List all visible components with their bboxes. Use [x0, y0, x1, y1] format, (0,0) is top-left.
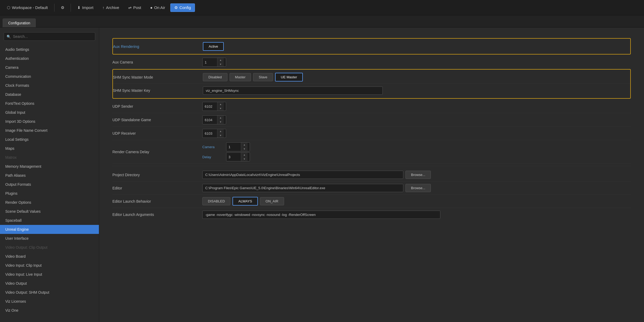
tab-configuration[interactable]: Configuration: [3, 19, 36, 27]
shm-sync-key-input[interactable]: [203, 87, 383, 95]
shm-sync-key-value: [203, 87, 630, 95]
sidebar-item-database[interactable]: Database: [0, 90, 99, 99]
sidebar-item-output-formats[interactable]: Output Formats: [0, 180, 99, 189]
shm-sync-key-label: SHM Sync Master Key: [113, 88, 203, 93]
udp-standalone-input[interactable]: [203, 117, 217, 123]
project-directory-browse-button[interactable]: Browse...: [405, 171, 431, 179]
sidebar-item-video-output--shm-output[interactable]: Video Output: SHM Output: [0, 288, 99, 297]
aux-camera-down-arrow[interactable]: ▼: [217, 62, 224, 66]
udp-standalone-spinbox[interactable]: ▲ ▼: [202, 115, 226, 124]
launch-behavior-disabled-button[interactable]: DISABLED: [202, 197, 230, 205]
project-directory-label: Project Directory: [112, 173, 202, 177]
sidebar-item-viz-one[interactable]: Viz One: [0, 306, 99, 315]
delay-up[interactable]: ▲: [241, 153, 248, 157]
udp-receiver-input[interactable]: [203, 130, 217, 137]
aux-rendering-active-button[interactable]: Active: [203, 42, 224, 51]
shm-mode-slave-button[interactable]: Slave: [253, 73, 273, 81]
content-area: Aux Rendering Active Aux Camera ▲ ▼: [99, 28, 644, 322]
udp-receiver-down[interactable]: ▼: [217, 133, 224, 138]
editor-browse-button[interactable]: Browse...: [405, 184, 431, 192]
delay-sub-label: Delay: [202, 155, 223, 159]
shm-mode-disabled-button[interactable]: Disabled: [203, 73, 227, 81]
search-input[interactable]: [13, 34, 92, 39]
tab-bar: Configuration: [0, 15, 644, 28]
sidebar-item-video-output[interactable]: Video Output: [0, 279, 99, 288]
sidebar-item-global-input[interactable]: Global Input: [0, 108, 99, 117]
udp-receiver-up[interactable]: ▲: [217, 129, 224, 133]
aux-rendering-section: Aux Rendering Active: [112, 38, 631, 55]
editor-launch-arguments-input[interactable]: [202, 211, 440, 219]
settings-button[interactable]: ⚙: [57, 4, 68, 12]
sidebar-item-path-aliases[interactable]: Path Aliases: [0, 171, 99, 180]
shm-mode-ue-master-button[interactable]: UE Master: [275, 73, 303, 81]
delay-spinbox[interactable]: ▲ ▼: [226, 152, 250, 161]
udp-receiver-spinbox[interactable]: ▲ ▼: [202, 129, 226, 138]
camera-down[interactable]: ▼: [241, 147, 248, 151]
onair-button[interactable]: ● On Air: [147, 4, 169, 11]
udp-standalone-up[interactable]: ▲: [217, 116, 224, 120]
sidebar-item-viz-licenses[interactable]: Viz Licenses: [0, 297, 99, 306]
camera-up[interactable]: ▲: [241, 143, 248, 147]
archive-button[interactable]: ↑ Archive: [99, 4, 123, 11]
import-button[interactable]: ⬇ Import: [74, 4, 97, 12]
launch-behavior-always-button[interactable]: ALWAYS: [232, 197, 258, 206]
editor-row: Editor Browse...: [112, 182, 631, 195]
delay-down[interactable]: ▼: [241, 157, 248, 161]
udp-standalone-label: UDP Standalone Game: [112, 118, 202, 122]
sidebar-item-user-interface[interactable]: User Interface: [0, 234, 99, 243]
delay-spinbox-input[interactable]: [226, 154, 241, 160]
udp-standalone-down[interactable]: ▼: [217, 120, 224, 124]
search-icon: 🔍: [7, 35, 11, 39]
sidebar-item-maps[interactable]: Maps: [0, 144, 99, 153]
sidebar-item-clock-formats[interactable]: Clock Formats: [0, 81, 99, 90]
sidebar-item-video-input--live-input[interactable]: Video Input: Live Input: [0, 270, 99, 279]
camera-sub-label: Camera: [202, 145, 223, 149]
sidebar-item-local-settings[interactable]: Local Settings: [0, 135, 99, 144]
settings-icon: ⚙: [61, 5, 64, 10]
sidebar-item-unreal-engine[interactable]: Unreal Engine: [0, 225, 99, 234]
sidebar-item-authentication[interactable]: Authentication: [0, 54, 99, 63]
project-directory-row: Project Directory Browse...: [112, 168, 631, 182]
shm-sync-section: SHM Sync Master Mode DisabledMasterSlave…: [112, 69, 631, 99]
launch-behavior-on_air-button[interactable]: ON_AIR: [260, 197, 284, 205]
sidebar-item-memory-management[interactable]: Memory Management: [0, 162, 99, 171]
workspace-menu[interactable]: ⬡ Workspace - Default: [3, 4, 52, 12]
editor-input[interactable]: [202, 184, 403, 192]
udp-sender-spinbox[interactable]: ▲ ▼: [202, 102, 226, 111]
aux-camera-label: Aux Camera: [112, 60, 202, 64]
config-button[interactable]: ⚙ Config: [170, 3, 195, 12]
camera-spinbox[interactable]: ▲ ▼: [226, 142, 250, 151]
sidebar-item-video-board[interactable]: Video Board: [0, 252, 99, 261]
sidebar-item-communication[interactable]: Communication: [0, 72, 99, 81]
sidebar-item-plugins[interactable]: Plugins: [0, 189, 99, 198]
shm-sync-mode-buttons: DisabledMasterSlaveUE Master: [203, 73, 630, 81]
sidebar-item-import-3d-options[interactable]: Import 3D Options: [0, 117, 99, 126]
editor-launch-behavior-label: Editor Launch Behavior: [112, 199, 202, 203]
shm-mode-master-button[interactable]: Master: [230, 73, 251, 81]
camera-spinbox-input[interactable]: [226, 144, 241, 150]
post-button[interactable]: ⇌ Post: [125, 4, 145, 12]
aux-rendering-row: Aux Rendering Active: [113, 40, 630, 53]
project-directory-input[interactable]: [202, 171, 403, 179]
sidebar-item-video-output--clip-output: Video Output: Clip Output: [0, 243, 99, 252]
sidebar-item-audio-settings[interactable]: Audio Settings: [0, 45, 99, 54]
sidebar-item-scene-default-values[interactable]: Scene Default Values: [0, 207, 99, 216]
sidebar-item-camera[interactable]: Camera: [0, 63, 99, 72]
aux-camera-spinbox[interactable]: ▲ ▼: [202, 58, 226, 67]
sidebar-item-video-input--clip-input[interactable]: Video Input: Clip Input: [0, 261, 99, 270]
sidebar-item-render-options[interactable]: Render Options: [0, 198, 99, 207]
sidebar-item-font-text-options[interactable]: Font/Text Options: [0, 99, 99, 108]
aux-camera-up-arrow[interactable]: ▲: [217, 58, 224, 62]
sidebar-items-list: Audio SettingsAuthenticationCameraCommun…: [0, 45, 99, 315]
udp-sender-down[interactable]: ▼: [217, 106, 224, 111]
workspace-icon: ⬡: [7, 5, 10, 10]
udp-sender-input[interactable]: [203, 103, 217, 110]
top-bar: ⬡ Workspace - Default ⚙ ⬇ Import ↑ Archi…: [0, 0, 644, 15]
aux-camera-input[interactable]: [203, 59, 217, 66]
sidebar-item-spaceball[interactable]: Spaceball: [0, 216, 99, 225]
udp-sender-up[interactable]: ▲: [217, 102, 224, 106]
sidebar-item-image-file-name-convert[interactable]: Image File Name Convert: [0, 126, 99, 135]
config-label: Config: [179, 5, 191, 10]
post-icon: ⇌: [128, 5, 132, 10]
search-box[interactable]: 🔍: [4, 32, 95, 41]
